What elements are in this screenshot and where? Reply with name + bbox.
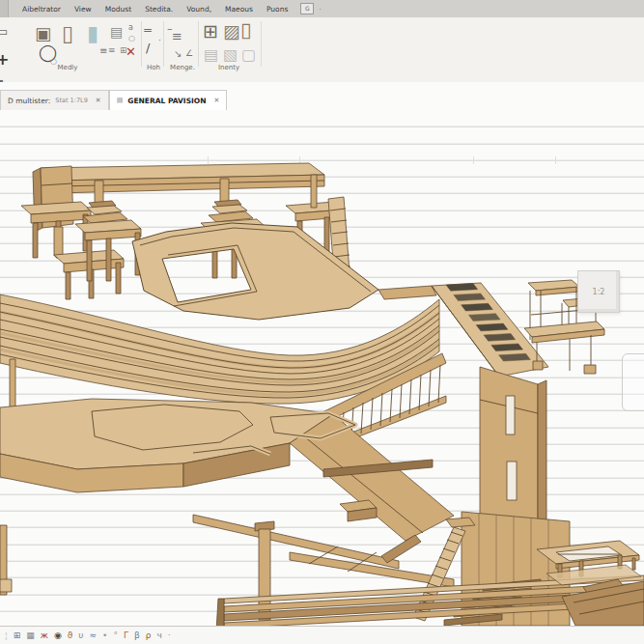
circle-small-icon[interactable]: ○: [128, 35, 135, 42]
view-control-bar: ¦ ⊞ ▦ ж ◉ ϑ υ ≈ • ° Γ β ρ ч ·: [0, 626, 644, 644]
view-tab-bar: D multister: Stat 1:7L9 ✕ ▤ GENERAL PAVI…: [0, 82, 644, 111]
file-icon[interactable]: ▯: [240, 20, 252, 41]
edge-box-icon[interactable]: ▭: [0, 25, 8, 38]
wave-icon[interactable]: ≈: [90, 631, 98, 640]
ribbon-separator: [163, 21, 164, 67]
menu-vound[interactable]: Vound,: [180, 5, 218, 14]
menu-architecture[interactable]: Aibeltrator: [9, 5, 68, 14]
tab-view-icon: ▤: [117, 97, 124, 104]
window-button-icon[interactable]: G: [300, 3, 314, 14]
dot-icon[interactable]: •: [102, 631, 107, 640]
tab-close-icon[interactable]: ✕: [210, 97, 219, 104]
visual-style-icon[interactable]: ◉: [54, 631, 62, 640]
pencil-icon[interactable]: /: [146, 42, 150, 54]
crop-icon[interactable]: Γ: [124, 631, 128, 640]
statusbar-divider: ¦: [5, 631, 8, 640]
menu-stedita[interactable]: Stedita.: [138, 5, 180, 14]
material-icon[interactable]: ▨: [223, 22, 240, 41]
modify-select-icon[interactable]: ▣: [35, 25, 51, 42]
shadow-icon[interactable]: υ: [78, 631, 83, 640]
equal-lines-icon[interactable]: =: [143, 24, 153, 36]
window-grid2-icon[interactable]: ▤: [204, 47, 218, 63]
menu-puons[interactable]: Puons: [260, 5, 294, 14]
paste-icon[interactable]: ▯: [62, 23, 73, 44]
wood-model-3d-view[interactable]: [0, 110, 644, 626]
degree-icon[interactable]: °: [113, 631, 118, 640]
tab-label: D multister:: [8, 97, 50, 105]
menu-maeous[interactable]: Maeous: [218, 5, 260, 14]
scale-grid-icon[interactable]: ⊞: [14, 631, 21, 640]
cope-icon[interactable]: ▤: [110, 25, 123, 39]
ribbon-separator: [198, 21, 199, 67]
more-icon[interactable]: ·: [168, 631, 171, 640]
tab-label: GENERAL PAVISION: [127, 97, 206, 105]
view-cube[interactable]: 1:2: [577, 270, 620, 313]
ribbon-toolbar: ▭ + ▪ ▣ ◯ ○ ▯ ▮ ≡ ▤ ≡ ⊞ a ○ ✕ = / · – ≡ …: [0, 17, 644, 83]
tab-general-pavision[interactable]: ▤ GENERAL PAVISION ✕: [109, 90, 228, 110]
door-icon[interactable]: ▮: [87, 23, 98, 44]
material2-icon[interactable]: ▧: [223, 47, 238, 63]
tab-close-icon[interactable]: ✕: [93, 97, 101, 104]
list-icon[interactable]: ≡: [108, 46, 116, 55]
model-walkway-plate: [132, 223, 436, 320]
menu-bar: Aibeltrator View Modust Stedita. Vound, …: [0, 0, 644, 18]
menu-modify[interactable]: Modust: [98, 5, 138, 14]
misc-icon[interactable]: ч: [156, 631, 161, 640]
arrow-se-icon[interactable]: ↘: [174, 49, 182, 59]
group-label-modify: Medly: [39, 64, 97, 71]
measure-stack-icon[interactable]: ≡: [172, 30, 182, 42]
align-lines-icon[interactable]: ≡: [99, 46, 107, 56]
text-a-icon[interactable]: a: [128, 24, 133, 32]
edge-move-icon[interactable]: +: [0, 52, 9, 68]
lock-icon[interactable]: ρ: [146, 631, 152, 640]
ribbon-separator: [141, 21, 142, 67]
delete-icon[interactable]: ✕: [126, 45, 136, 58]
sun-icon[interactable]: ϑ: [68, 631, 73, 640]
tiny-dot-icon[interactable]: ·: [158, 37, 161, 45]
figure-icon[interactable]: ж: [41, 631, 48, 640]
tab-sublabel: Stat 1:7L9: [55, 97, 88, 104]
drawing-canvas[interactable]: 1:2: [0, 110, 644, 626]
group-label-measure: Menge.: [164, 64, 201, 71]
reveal-icon[interactable]: β: [134, 631, 140, 640]
detail-level-icon[interactable]: ▦: [26, 631, 35, 640]
angle-icon[interactable]: ∠: [185, 49, 193, 58]
group-label-identity: Inenty: [201, 64, 257, 71]
window-edge-clip: [0, 0, 9, 17]
navigation-panel[interactable]: [622, 353, 644, 411]
ribbon-separator: [261, 21, 262, 67]
tab-3d-multister[interactable]: D multister: Stat 1:7L9 ✕: [0, 90, 109, 110]
menu-view[interactable]: View: [68, 5, 98, 14]
menu-more-icon[interactable]: ·: [319, 5, 321, 14]
file2-icon[interactable]: ▢: [241, 47, 256, 63]
window-grid-icon[interactable]: ⊞: [203, 22, 218, 41]
group-label-hoh: Hoh: [141, 64, 166, 71]
view-cube-label: 1:2: [593, 288, 605, 296]
